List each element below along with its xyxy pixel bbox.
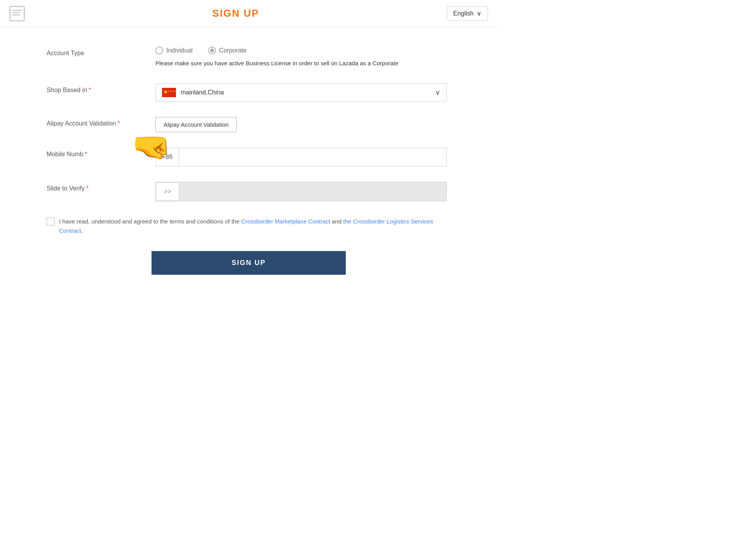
slide-verify-label: Slide to Verify * [47, 182, 155, 192]
mobile-control: +86 [155, 148, 451, 166]
alipay-control: Alipay Account Validation 🤜 [155, 117, 451, 132]
slide-verify-control: >> [155, 182, 451, 201]
required-star-alipay: * [117, 120, 120, 127]
mobile-number-row: Mobile Numb * +86 [47, 148, 451, 166]
alipay-label: Alipay Account Validation * [47, 117, 155, 127]
chevron-down-icon: ∨ [435, 88, 440, 97]
slide-verify-row: Slide to Verify * >> [47, 182, 451, 201]
mobile-input-wrapper: +86 [155, 148, 447, 166]
svg-rect-1 [12, 10, 22, 11]
terms-text: I have read, understood and agreed to th… [59, 217, 451, 236]
required-star-slide: * [86, 185, 89, 192]
shop-based-dropdown[interactable]: mainland,China ∨ [155, 84, 447, 101]
language-label: English [453, 10, 474, 17]
dropdown-left: mainland,China [162, 88, 224, 97]
individual-radio-option[interactable]: Individual [155, 47, 193, 54]
page-title: SIGN UP [212, 7, 259, 19]
shop-based-value: mainland,China [181, 89, 224, 96]
terms-checkbox[interactable] [47, 218, 54, 225]
corporate-radio-label: Corporate [219, 47, 247, 54]
individual-radio-circle [155, 47, 163, 54]
svg-rect-0 [10, 7, 24, 21]
logo [9, 6, 25, 21]
account-type-label: Account Type [47, 47, 155, 57]
shop-based-control: mainland,China ∨ [155, 84, 451, 101]
account-type-row: Account Type Individual Corporate Please… [47, 47, 451, 68]
individual-radio-label: Individual [166, 47, 193, 54]
main-content: Account Type Individual Corporate Please… [35, 27, 462, 294]
corporate-radio-circle [208, 47, 216, 54]
china-flag-icon [162, 88, 176, 97]
country-code: +86 [156, 148, 179, 166]
shop-based-row: Shop Based in * mainland,China ∨ [47, 84, 451, 101]
svg-rect-3 [12, 14, 20, 16]
svg-rect-2 [12, 12, 19, 13]
shop-based-label: Shop Based in * [47, 84, 155, 94]
corporate-note: Please make sure you have active Busines… [155, 59, 451, 68]
mobile-input[interactable] [179, 148, 446, 166]
signup-button-wrapper: SIGN UP [47, 251, 451, 275]
signup-button[interactable]: SIGN UP [152, 251, 346, 275]
account-type-control: Individual Corporate Please make sure yo… [155, 47, 451, 68]
terms-row: I have read, understood and agreed to th… [47, 217, 451, 236]
slide-track [179, 182, 446, 201]
required-star-mobile: * [85, 151, 87, 158]
terms-link-marketplace[interactable]: Crossborder Marketplace Contract [241, 218, 330, 225]
required-star-shop: * [89, 87, 91, 94]
account-type-options: Individual Corporate [155, 47, 451, 54]
mobile-label: Mobile Numb * [47, 148, 155, 158]
alipay-validation-button[interactable]: Alipay Account Validation [155, 117, 237, 132]
alipay-row: Alipay Account Validation * Alipay Accou… [47, 117, 451, 132]
header: SIGN UP English ∨ [0, 0, 497, 27]
language-selector[interactable]: English ∨ [447, 6, 488, 21]
chevron-down-icon: ∨ [477, 10, 481, 17]
corporate-radio-option[interactable]: Corporate [208, 47, 247, 54]
slide-handle[interactable]: >> [156, 182, 179, 201]
slide-verify-wrapper[interactable]: >> [155, 182, 447, 201]
